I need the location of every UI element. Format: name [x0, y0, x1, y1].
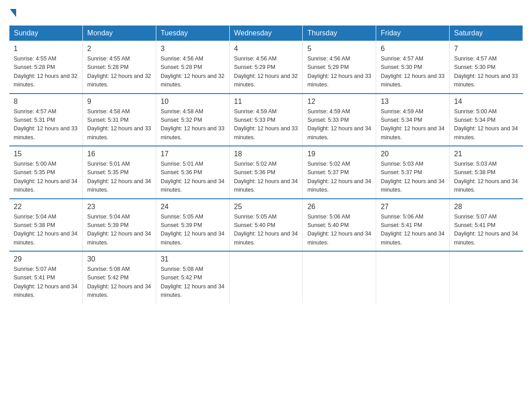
- day-number: 23: [87, 203, 151, 211]
- calendar-cell: 10Sunrise: 4:58 AMSunset: 5:32 PMDayligh…: [156, 94, 229, 146]
- calendar-cell: 25Sunrise: 5:05 AMSunset: 5:40 PMDayligh…: [229, 199, 303, 252]
- calendar-cell: [450, 251, 523, 304]
- day-number: 22: [14, 203, 78, 211]
- calendar-header-friday: Friday: [376, 26, 450, 41]
- calendar-cell: 2Sunrise: 4:55 AMSunset: 5:28 PMDaylight…: [82, 41, 156, 94]
- calendar-cell: 6Sunrise: 4:57 AMSunset: 5:30 PMDaylight…: [376, 41, 450, 94]
- day-number: 20: [381, 150, 445, 158]
- day-number: 24: [161, 203, 225, 211]
- day-number: 6: [381, 45, 445, 53]
- logo-arrow-icon: [10, 9, 16, 17]
- calendar-cell: 14Sunrise: 5:00 AMSunset: 5:34 PMDayligh…: [450, 94, 523, 146]
- day-info: Sunrise: 5:06 AMSunset: 5:40 PMDaylight:…: [307, 213, 371, 248]
- calendar-week-row: 15Sunrise: 5:00 AMSunset: 5:35 PMDayligh…: [9, 146, 523, 199]
- day-info: Sunrise: 5:02 AMSunset: 5:37 PMDaylight:…: [307, 160, 371, 195]
- calendar-cell: 1Sunrise: 4:55 AMSunset: 5:28 PMDaylight…: [9, 41, 83, 94]
- calendar-cell: 7Sunrise: 4:57 AMSunset: 5:30 PMDaylight…: [450, 41, 523, 94]
- day-info: Sunrise: 4:58 AMSunset: 5:31 PMDaylight:…: [87, 107, 151, 142]
- day-number: 26: [307, 203, 371, 211]
- day-number: 31: [161, 255, 225, 263]
- calendar-cell: 16Sunrise: 5:01 AMSunset: 5:35 PMDayligh…: [82, 146, 156, 199]
- calendar-week-row: 8Sunrise: 4:57 AMSunset: 5:31 PMDaylight…: [9, 94, 523, 146]
- calendar-cell: 20Sunrise: 5:03 AMSunset: 5:37 PMDayligh…: [376, 146, 450, 199]
- calendar-cell: 13Sunrise: 4:59 AMSunset: 5:34 PMDayligh…: [376, 94, 450, 146]
- day-info: Sunrise: 5:01 AMSunset: 5:36 PMDaylight:…: [161, 160, 225, 195]
- day-number: 30: [87, 255, 151, 263]
- day-number: 18: [234, 150, 298, 158]
- day-number: 27: [381, 203, 445, 211]
- day-info: Sunrise: 4:57 AMSunset: 5:30 PMDaylight:…: [381, 55, 445, 90]
- day-info: Sunrise: 4:55 AMSunset: 5:28 PMDaylight:…: [14, 55, 78, 90]
- day-number: 12: [307, 98, 371, 106]
- calendar-header-thursday: Thursday: [303, 26, 376, 41]
- calendar-week-row: 22Sunrise: 5:04 AMSunset: 5:38 PMDayligh…: [9, 199, 523, 252]
- day-number: 2: [87, 45, 151, 53]
- calendar-cell: 8Sunrise: 4:57 AMSunset: 5:31 PMDaylight…: [9, 94, 83, 146]
- day-number: 1: [14, 45, 78, 53]
- day-info: Sunrise: 4:56 AMSunset: 5:28 PMDaylight:…: [161, 55, 225, 90]
- day-number: 28: [454, 203, 518, 211]
- calendar-header-tuesday: Tuesday: [156, 26, 229, 41]
- day-number: 29: [14, 255, 78, 263]
- day-info: Sunrise: 5:00 AMSunset: 5:35 PMDaylight:…: [14, 160, 78, 195]
- day-number: 21: [454, 150, 518, 158]
- day-info: Sunrise: 4:56 AMSunset: 5:29 PMDaylight:…: [307, 55, 371, 90]
- calendar-week-row: 1Sunrise: 4:55 AMSunset: 5:28 PMDaylight…: [9, 41, 523, 94]
- calendar-body: 1Sunrise: 4:55 AMSunset: 5:28 PMDaylight…: [9, 41, 523, 304]
- logo: [9, 9, 16, 16]
- calendar-header-saturday: Saturday: [450, 26, 523, 41]
- calendar-header-monday: Monday: [82, 26, 156, 41]
- calendar-cell: 3Sunrise: 4:56 AMSunset: 5:28 PMDaylight…: [156, 41, 229, 94]
- day-info: Sunrise: 5:08 AMSunset: 5:42 PMDaylight:…: [87, 265, 151, 300]
- calendar-cell: 19Sunrise: 5:02 AMSunset: 5:37 PMDayligh…: [303, 146, 376, 199]
- calendar-week-row: 29Sunrise: 5:07 AMSunset: 5:41 PMDayligh…: [9, 251, 523, 304]
- calendar-cell: [376, 251, 450, 304]
- day-info: Sunrise: 5:06 AMSunset: 5:41 PMDaylight:…: [381, 213, 445, 248]
- calendar-cell: 23Sunrise: 5:04 AMSunset: 5:39 PMDayligh…: [82, 199, 156, 252]
- calendar-cell: [303, 251, 376, 304]
- day-info: Sunrise: 5:08 AMSunset: 5:42 PMDaylight:…: [161, 265, 225, 300]
- day-info: Sunrise: 4:56 AMSunset: 5:29 PMDaylight:…: [234, 55, 298, 90]
- calendar-cell: 18Sunrise: 5:02 AMSunset: 5:36 PMDayligh…: [229, 146, 303, 199]
- calendar-cell: 22Sunrise: 5:04 AMSunset: 5:38 PMDayligh…: [9, 199, 83, 252]
- day-info: Sunrise: 5:00 AMSunset: 5:34 PMDaylight:…: [454, 107, 518, 142]
- calendar-cell: 26Sunrise: 5:06 AMSunset: 5:40 PMDayligh…: [303, 199, 376, 252]
- day-info: Sunrise: 5:07 AMSunset: 5:41 PMDaylight:…: [14, 265, 78, 300]
- day-number: 25: [234, 203, 298, 211]
- day-number: 14: [454, 98, 518, 106]
- day-number: 5: [307, 45, 371, 53]
- day-number: 9: [87, 98, 151, 106]
- calendar-cell: 27Sunrise: 5:06 AMSunset: 5:41 PMDayligh…: [376, 199, 450, 252]
- calendar-cell: 15Sunrise: 5:00 AMSunset: 5:35 PMDayligh…: [9, 146, 83, 199]
- day-info: Sunrise: 5:05 AMSunset: 5:40 PMDaylight:…: [234, 213, 298, 248]
- calendar-cell: 29Sunrise: 5:07 AMSunset: 5:41 PMDayligh…: [9, 251, 83, 304]
- day-info: Sunrise: 4:59 AMSunset: 5:33 PMDaylight:…: [307, 107, 371, 142]
- day-number: 4: [234, 45, 298, 53]
- calendar-cell: 11Sunrise: 4:59 AMSunset: 5:33 PMDayligh…: [229, 94, 303, 146]
- day-info: Sunrise: 5:02 AMSunset: 5:36 PMDaylight:…: [234, 160, 298, 195]
- day-info: Sunrise: 4:59 AMSunset: 5:33 PMDaylight:…: [234, 107, 298, 142]
- calendar-table: SundayMondayTuesdayWednesdayThursdayFrid…: [9, 25, 523, 304]
- calendar-cell: [229, 251, 303, 304]
- calendar-header-wednesday: Wednesday: [229, 26, 303, 41]
- calendar-cell: 31Sunrise: 5:08 AMSunset: 5:42 PMDayligh…: [156, 251, 229, 304]
- day-number: 13: [381, 98, 445, 106]
- day-number: 3: [161, 45, 225, 53]
- day-number: 8: [14, 98, 78, 106]
- calendar-cell: 28Sunrise: 5:07 AMSunset: 5:41 PMDayligh…: [450, 199, 523, 252]
- calendar-cell: 4Sunrise: 4:56 AMSunset: 5:29 PMDaylight…: [229, 41, 303, 94]
- day-number: 16: [87, 150, 151, 158]
- calendar-cell: 9Sunrise: 4:58 AMSunset: 5:31 PMDaylight…: [82, 94, 156, 146]
- day-info: Sunrise: 4:55 AMSunset: 5:28 PMDaylight:…: [87, 55, 151, 90]
- day-number: 7: [454, 45, 518, 53]
- calendar-cell: 12Sunrise: 4:59 AMSunset: 5:33 PMDayligh…: [303, 94, 376, 146]
- calendar-cell: 5Sunrise: 4:56 AMSunset: 5:29 PMDaylight…: [303, 41, 376, 94]
- day-number: 19: [307, 150, 371, 158]
- day-info: Sunrise: 5:04 AMSunset: 5:39 PMDaylight:…: [87, 213, 151, 248]
- day-info: Sunrise: 5:03 AMSunset: 5:37 PMDaylight:…: [381, 160, 445, 195]
- day-info: Sunrise: 5:04 AMSunset: 5:38 PMDaylight:…: [14, 213, 78, 248]
- calendar-header-sunday: Sunday: [9, 26, 83, 41]
- calendar-cell: 30Sunrise: 5:08 AMSunset: 5:42 PMDayligh…: [82, 251, 156, 304]
- day-number: 11: [234, 98, 298, 106]
- calendar-cell: 21Sunrise: 5:03 AMSunset: 5:38 PMDayligh…: [450, 146, 523, 199]
